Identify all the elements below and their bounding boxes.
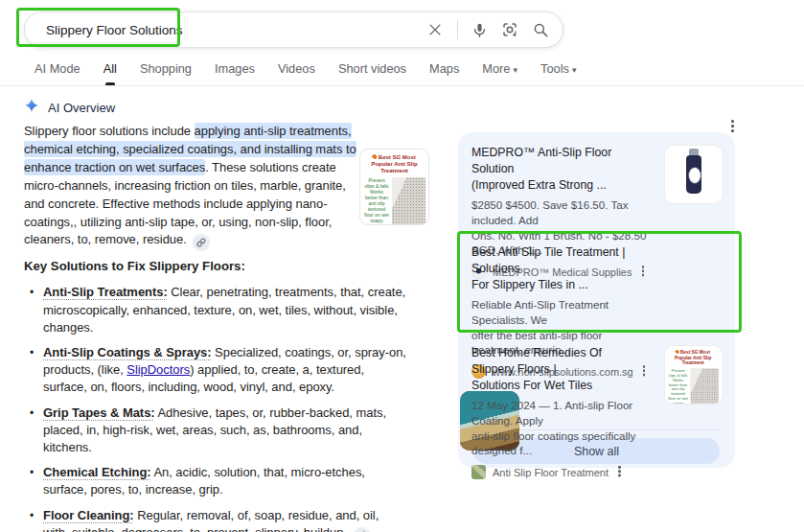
term-link[interactable]: Anti-Slip Treatments: xyxy=(43,285,168,299)
result-thumbnail-promo[interactable]: Best SG Most Popular Anti Slip Treatment… xyxy=(664,345,724,405)
tab-all[interactable]: All xyxy=(103,61,117,81)
tab-more[interactable]: More▾ xyxy=(482,61,517,81)
list-item: Anti-Slip Treatments: Clear, penetrating… xyxy=(24,284,407,336)
chevron-down-icon: ▾ xyxy=(513,65,517,75)
solutions-heading: Key Solutions to Fix Slippery Floors: xyxy=(24,259,430,273)
ai-overview-header: AI Overview xyxy=(24,100,430,115)
ai-overview-menu-icon[interactable] xyxy=(725,107,740,128)
sources-panel: MEDPRO™ Anti-Slip Floor Solution(Improve… xyxy=(458,132,735,468)
term-link[interactable]: Grip Tapes & Mats: xyxy=(43,405,155,420)
result-thumbnail-bottle[interactable] xyxy=(664,145,724,204)
flame-icon xyxy=(372,153,378,159)
result-source-name: Anti Slip Floor Treatment xyxy=(493,467,609,478)
result-menu-icon[interactable] xyxy=(615,466,624,478)
term-link[interactable]: Floor Cleaning: xyxy=(43,508,134,522)
paragraph-text: Slippery floor solutions include xyxy=(24,124,195,138)
tab-maps[interactable]: Maps xyxy=(429,61,459,81)
floor-photo xyxy=(392,177,425,225)
tab-bar-divider xyxy=(0,85,804,86)
tab-tools-label: Tools xyxy=(540,61,569,76)
sparkle-icon xyxy=(24,98,39,117)
search-bar[interactable]: Slippery Floor Solutions xyxy=(24,12,563,48)
search-bar-icons xyxy=(426,20,549,39)
solutions-list: Anti-Slip Treatments: Clear, penetrating… xyxy=(24,284,407,532)
search-icon[interactable] xyxy=(532,21,549,38)
thumbnail-title-text: Best SG Most Popular Anti Slip Treatment xyxy=(675,350,712,365)
search-bar-divider xyxy=(457,20,458,39)
bottle-image xyxy=(686,155,701,194)
thumbnail-caption: Best SG Most Popular Anti Slip Treatment xyxy=(667,350,719,366)
list-item: Grip Tapes & Mats: Adhesive, tapes, or, … xyxy=(24,405,407,457)
result-card-medpro[interactable]: MEDPRO™ Anti-Slip Floor Solution(Improve… xyxy=(458,132,735,232)
floor-photo xyxy=(690,368,719,405)
ai-overview-section: AI Overview Slippery floor solutions inc… xyxy=(24,100,430,532)
google-search-results-page: Slippery Floor Solutions AI Mode All Sho… xyxy=(0,0,804,532)
term-link[interactable]: Anti-Slip Coatings & Sprays: xyxy=(43,345,212,359)
thumbnail-side-text: Prevent slips & falls Works better than … xyxy=(363,177,390,225)
chevron-down-icon: ▾ xyxy=(572,65,577,75)
term-link[interactable]: Chemical Etching: xyxy=(43,465,151,479)
thumbnail-caption: Best SG Most Popular Anti Slip Treatment xyxy=(363,154,425,174)
google-lens-icon[interactable] xyxy=(501,21,518,38)
result-snippet: 12 May 2024 — 1. Anti-slip Floor Coating… xyxy=(471,398,722,458)
ai-overview-thumbnail[interactable]: Best SG Most Popular Anti Slip Treatment… xyxy=(359,149,429,225)
list-item: Floor Cleaning: Regular, removal, of, so… xyxy=(24,507,407,532)
list-item: Chemical Etching: An, acidic, solution, … xyxy=(24,464,407,498)
result-card-non-slip-solutions[interactable]: Best Anti Slip Tile Treatment | Solution… xyxy=(458,232,735,333)
thumbnail-title-text: Best SG Most Popular Anti Slip Treatment xyxy=(371,154,417,173)
ai-overview-paragraph: Slippery floor solutions include applyin… xyxy=(24,123,361,251)
source-link-icon[interactable] xyxy=(354,527,371,532)
tab-more-label: More xyxy=(482,61,510,76)
result-card-home-remedies[interactable]: Best Home Remedies Of Slippery Floors |S… xyxy=(458,333,735,428)
clear-icon[interactable] xyxy=(426,21,444,38)
tab-videos[interactable]: Videos xyxy=(278,61,315,81)
flame-icon xyxy=(675,349,679,354)
thumbnail-side-text: Prevent slips & falls Works better than … xyxy=(667,368,688,405)
search-input[interactable]: Slippery Floor Solutions xyxy=(46,23,426,37)
result-source-row: Anti Slip Floor Treatment xyxy=(471,465,722,479)
tab-tools[interactable]: Tools▾ xyxy=(540,61,576,81)
tab-bar: AI Mode All Shopping Images Videos Short… xyxy=(34,61,576,81)
slipdoctors-link[interactable]: SlipDoctors xyxy=(126,362,190,377)
tab-images[interactable]: Images xyxy=(215,61,255,81)
anti-slip-treatment-favicon xyxy=(471,465,486,479)
microphone-icon[interactable] xyxy=(471,22,488,38)
tab-short-videos[interactable]: Short videos xyxy=(338,61,406,81)
result-title[interactable]: Best Anti Slip Tile Treatment | Solution… xyxy=(471,244,722,293)
list-item: Anti-Slip Coatings & Sprays: Specialized… xyxy=(24,344,407,397)
tab-shopping[interactable]: Shopping xyxy=(140,61,192,81)
source-link-icon[interactable] xyxy=(193,234,210,251)
ai-overview-label: AI Overview xyxy=(48,101,115,115)
tab-ai-mode[interactable]: AI Mode xyxy=(34,61,80,81)
